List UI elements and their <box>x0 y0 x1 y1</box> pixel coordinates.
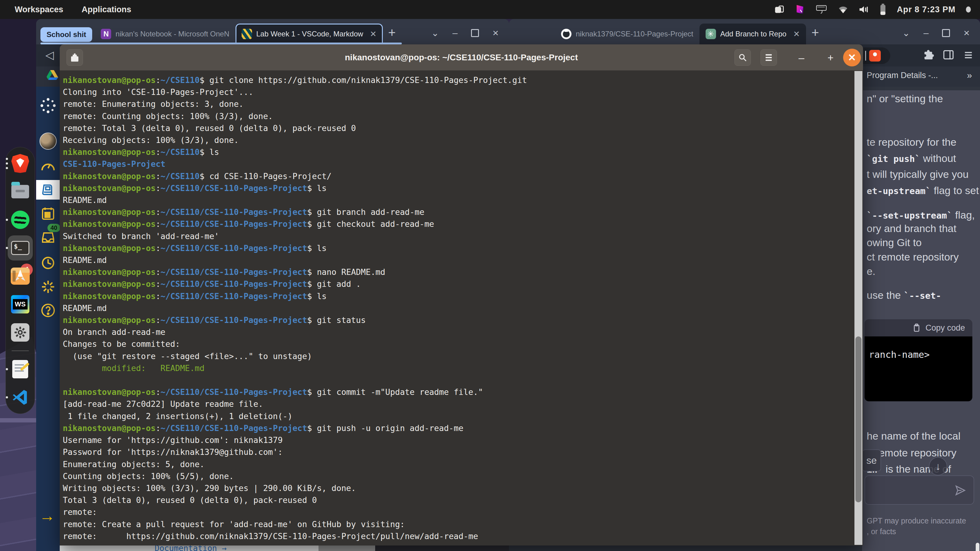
terminal-line: Password for 'https://niknak1379@github.… <box>63 446 863 458</box>
extensions-icon[interactable] <box>923 49 935 61</box>
maximize-icon[interactable] <box>471 29 479 37</box>
maximize-icon[interactable] <box>942 29 950 37</box>
new-tab-button[interactable]: + <box>388 25 396 40</box>
workspaces-menu[interactable]: Workspaces <box>0 0 73 19</box>
tab-search-chevron-icon[interactable]: ⌄ <box>902 27 910 38</box>
terminal-line: nikanostovan@pop-os:~/CSE110$ git clone … <box>63 74 863 86</box>
terminal-line: remote: Enumerating objects: 3, done. <box>63 98 863 110</box>
onenote-icon: N <box>101 29 111 39</box>
dock-item-brave[interactable] <box>10 153 30 173</box>
inbox-badge: 40 <box>48 224 60 232</box>
terminal-line: Changes to be committed: <box>63 338 863 350</box>
brave-shield-icon[interactable] <box>869 50 881 62</box>
maximize-button[interactable]: + <box>822 49 839 66</box>
sidebar-toggle-icon[interactable] <box>942 49 955 61</box>
screen-record-icon[interactable] <box>795 4 805 15</box>
browser-tab[interactable]: ✳Add Branch to Repo ✕ <box>700 24 806 44</box>
dock-item-text-editor[interactable] <box>10 359 30 379</box>
code-block: Copy code ranch-name> <box>865 319 972 401</box>
dock-item-webstorm[interactable]: WS <box>10 294 30 314</box>
chat-text-fragment: use the `--set- <box>867 289 941 301</box>
tab-title: Add Branch to Repo <box>720 30 786 38</box>
dock-item-spotify[interactable] <box>10 210 30 230</box>
canvas-nav-courses[interactable] <box>36 180 60 200</box>
terminal-output[interactable]: nikanostovan@pop-os:~/CSE110$ git clone … <box>60 70 863 546</box>
code-block-body[interactable]: ranch-name> <box>865 337 972 401</box>
menu-icon[interactable] <box>963 50 974 60</box>
tab-title: nikan's Notebook - Microsoft OneN <box>115 30 229 38</box>
browser-tab[interactable]: Lab Week 1 - VSCode, Markdow ✕ <box>235 24 383 44</box>
terminal-scrollbar-thumb[interactable] <box>855 337 861 502</box>
close-icon[interactable]: × <box>964 27 970 39</box>
input-source-icon[interactable] <box>815 5 827 14</box>
minimize-icon[interactable]: – <box>923 28 929 38</box>
brave-icon <box>10 154 30 173</box>
terminal-line: nikanostovan@pop-os:~/CSE110$ cd CSE-110… <box>63 170 863 182</box>
canvas-nav-help[interactable] <box>36 301 60 320</box>
partial-button[interactable]: se <box>862 449 881 472</box>
canvas-nav-calendar[interactable] <box>36 204 60 224</box>
files-icon <box>10 182 30 202</box>
tab-close-icon[interactable]: ✕ <box>793 29 800 39</box>
workspaces-icon[interactable] <box>774 4 784 15</box>
canvas-sidebar: 40 <box>36 87 60 551</box>
battery-icon[interactable] <box>880 4 886 15</box>
chat-text-fragment: et-upstream` flag to set <box>867 184 979 197</box>
terminal-line: remote: <box>63 506 863 518</box>
dock-item-terminal[interactable]: $_ <box>10 238 30 258</box>
canvas-nav-canvas-logo[interactable] <box>36 96 60 115</box>
canvas-nav-dashboard[interactable] <box>36 156 60 175</box>
canvas-nav-studio[interactable] <box>36 277 60 297</box>
scroll-to-bottom-button[interactable]: ↓ <box>929 457 947 475</box>
clock[interactable]: Apr 8 7:23 PM <box>897 5 956 14</box>
close-button[interactable]: ✕ <box>843 49 861 67</box>
terminal-titlebar[interactable]: nikanostovan@pop-os: ~/CSE110/CSE-110-Pa… <box>60 44 863 70</box>
minimize-icon[interactable]: – <box>452 28 458 38</box>
volume-icon[interactable] <box>859 5 869 14</box>
wifi-icon[interactable] <box>838 5 848 14</box>
browser-tab[interactable]: niknak1379/CSE-110-Pages-Project <box>555 24 700 44</box>
menu-button[interactable] <box>760 49 777 66</box>
copy-code-button[interactable]: Copy code <box>926 323 965 333</box>
chat-message-input[interactable] <box>865 475 974 505</box>
page-scrollbar-thumb[interactable] <box>976 543 979 551</box>
canvas-nav-inbox[interactable]: 40 <box>36 227 60 247</box>
applications-menu[interactable]: Applications <box>73 0 140 19</box>
back-icon[interactable]: ◁ <box>45 49 54 62</box>
terminal-line: nikanostovan@pop-os:~/CSE110/CSE-110-Pag… <box>63 242 863 254</box>
dock-item-vscode[interactable] <box>10 387 30 407</box>
chat-text-fragment: ct remote repository <box>867 251 959 263</box>
terminal-icon: $_ <box>10 238 30 258</box>
tab-search-chevron-icon[interactable]: ⌄ <box>431 27 439 38</box>
terminal-line: remote: https://github.com/niknak1379/CS… <box>63 530 863 542</box>
dock-item-settings[interactable] <box>10 322 30 343</box>
browser-tab[interactable]: Nnikan's Notebook - Microsoft OneN <box>95 24 235 44</box>
terminal-line: Counting objects: 100% (5/5), done. <box>63 470 863 482</box>
code-block-header: Copy code <box>865 319 972 337</box>
chat-text-fragment: t will typically give you <box>867 168 969 180</box>
user-avatar <box>40 133 57 150</box>
canvas-nav-account[interactable] <box>36 131 60 151</box>
chat-text-fragment: te repository for the <box>867 136 956 148</box>
new-tab-button[interactable]: + <box>811 25 819 40</box>
page-bottom-scroll <box>318 546 375 551</box>
minimize-button[interactable]: – <box>793 49 810 66</box>
tab-close-icon[interactable]: ✕ <box>370 29 377 39</box>
close-icon[interactable]: × <box>492 27 499 39</box>
search-button[interactable] <box>734 49 751 66</box>
dock-item-pop-shop[interactable]: 4 <box>10 266 30 286</box>
terminal-line: modified: README.md <box>63 362 863 374</box>
terminal-line: remote: Total 3 (delta 0), reused 0 (del… <box>63 122 863 134</box>
bookmark-item[interactable]: Program Details -... <box>867 71 938 80</box>
terminal-scrollbar[interactable] <box>854 71 862 545</box>
terminal-line: nikanostovan@pop-os:~/CSE110/CSE-110-Pag… <box>63 422 863 434</box>
send-icon[interactable] <box>954 484 967 497</box>
address-bar-stub[interactable] <box>862 48 890 64</box>
canvas-nav-history[interactable] <box>36 253 60 273</box>
bookmarks-overflow-chevrons[interactable]: » <box>967 70 972 81</box>
dock-item-files[interactable] <box>10 181 30 202</box>
google-drive-icon[interactable] <box>46 70 58 81</box>
chat-text-fragment: he name of the local <box>867 430 960 442</box>
tab-group-label[interactable]: School shit <box>40 27 92 42</box>
canvas-expand-arrow-icon[interactable]: → <box>39 507 55 525</box>
